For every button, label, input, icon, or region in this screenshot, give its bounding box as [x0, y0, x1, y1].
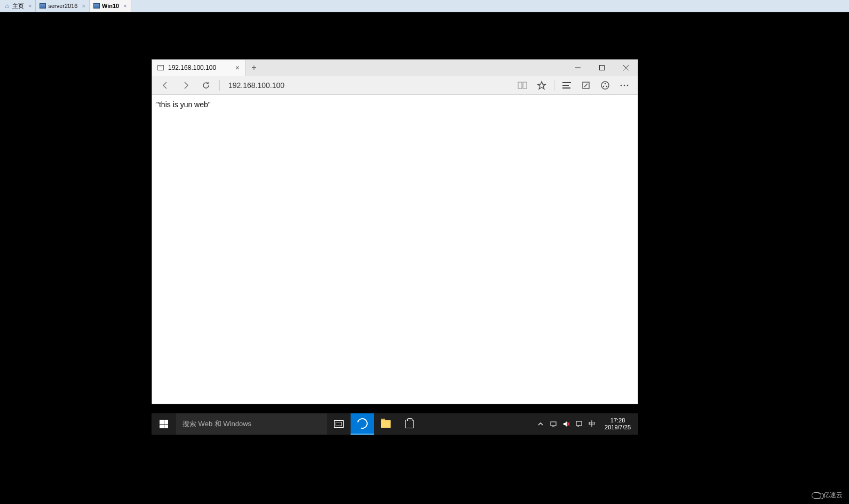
vm-tab-label: 主页 [12, 2, 24, 10]
maximize-button[interactable] [590, 60, 614, 76]
svg-rect-21 [576, 421, 582, 426]
close-button[interactable] [614, 60, 638, 76]
svg-rect-17 [551, 422, 556, 426]
windows-logo-icon [160, 420, 168, 428]
back-button[interactable] [156, 77, 174, 93]
new-tab-button[interactable]: + [245, 60, 263, 76]
vm-tab-win10[interactable]: Win10 × [90, 0, 131, 12]
ime-indicator[interactable]: 中 [588, 420, 596, 428]
clock-time: 17:28 [605, 417, 631, 424]
separator [554, 80, 554, 91]
start-button[interactable] [152, 413, 176, 435]
guest-screen: 192.168.100.100 × + [152, 12, 638, 435]
svg-point-16 [627, 84, 629, 86]
page-icon [157, 65, 164, 70]
hub-icon[interactable] [558, 77, 576, 93]
vm-desktop-area: 192.168.100.100 × + [0, 12, 849, 504]
close-icon[interactable]: × [28, 3, 31, 9]
minimize-button[interactable] [566, 60, 590, 76]
svg-point-10 [601, 82, 609, 89]
address-bar[interactable] [224, 81, 511, 90]
vm-tab-label: server2016 [48, 3, 77, 9]
cloud-icon [812, 492, 821, 499]
clock-date: 2019/7/25 [605, 424, 631, 431]
folder-icon [381, 420, 391, 428]
close-icon[interactable]: × [82, 3, 85, 9]
tray-chevron-icon[interactable] [536, 420, 545, 428]
share-icon[interactable] [596, 77, 614, 93]
svg-point-14 [621, 84, 622, 86]
action-center-icon[interactable] [575, 420, 583, 428]
taskview-icon [334, 420, 344, 428]
network-icon[interactable] [549, 420, 558, 428]
more-icon[interactable] [615, 77, 633, 93]
vm-tab-label: Win10 [102, 3, 119, 9]
home-icon [4, 3, 10, 9]
taskbar-app-explorer[interactable] [374, 413, 398, 435]
task-view-button[interactable] [327, 413, 351, 435]
vm-tab-server2016[interactable]: server2016 × [36, 0, 89, 12]
close-icon[interactable]: × [235, 63, 240, 72]
taskbar-search[interactable]: 搜索 Web 和 Windows [176, 413, 327, 435]
page-content: "this is yun web" [152, 95, 638, 114]
browser-navbar [152, 76, 638, 95]
svg-point-13 [606, 85, 607, 86]
separator [219, 80, 220, 91]
favorite-icon[interactable] [533, 77, 551, 93]
window-controls [566, 60, 638, 76]
vm-host-tabs: 主页 × server2016 × Win10 × [0, 0, 849, 12]
edge-browser-window: 192.168.100.100 × + [152, 59, 638, 404]
edge-icon [355, 416, 369, 430]
volume-icon[interactable] [562, 420, 570, 428]
vm-tab-home[interactable]: 主页 × [0, 0, 36, 12]
monitor-icon [39, 3, 46, 9]
refresh-button[interactable] [197, 77, 215, 93]
system-tray: 中 17:28 2019/7/25 [533, 413, 638, 435]
browser-tab[interactable]: 192.168.100.100 × [152, 60, 245, 76]
forward-button[interactable] [177, 77, 195, 93]
svg-rect-1 [599, 66, 604, 70]
monitor-icon [93, 3, 100, 9]
taskbar-app-store[interactable] [398, 413, 421, 435]
watermark: 亿速云 [812, 491, 843, 500]
svg-point-11 [605, 83, 606, 84]
taskbar-clock[interactable]: 17:28 2019/7/25 [600, 417, 635, 431]
webnote-icon[interactable] [577, 77, 595, 93]
browser-tabbar: 192.168.100.100 × + [152, 60, 638, 76]
taskbar-app-edge[interactable] [351, 413, 374, 435]
reading-view-icon[interactable] [513, 77, 531, 93]
search-placeholder: 搜索 Web 和 Windows [183, 419, 251, 429]
svg-point-15 [624, 84, 625, 86]
svg-point-12 [603, 85, 604, 86]
browser-tab-title: 192.168.100.100 [168, 64, 216, 71]
svg-rect-4 [518, 82, 522, 89]
store-icon [405, 420, 414, 428]
watermark-text: 亿速云 [823, 491, 843, 500]
page-body-text: "this is yun web" [156, 100, 211, 109]
svg-rect-5 [523, 82, 527, 89]
close-icon[interactable]: × [123, 3, 126, 9]
windows-taskbar: 搜索 Web 和 Windows 中 [152, 413, 638, 435]
